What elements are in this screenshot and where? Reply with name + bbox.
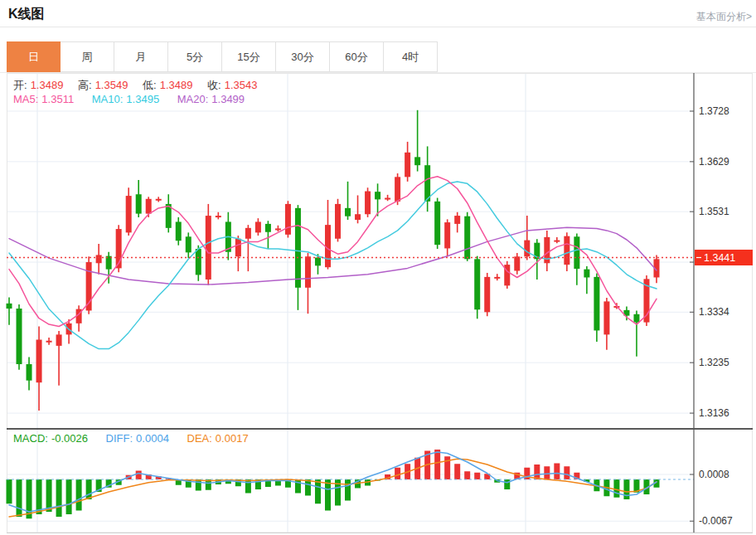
tab-4hour[interactable]: 4时	[384, 41, 438, 72]
price-axis-label: 1.3629	[699, 156, 729, 168]
interval-tab-bar: 日周月5分15分30分60分4时	[7, 41, 438, 72]
high-value: 1.3549	[95, 79, 128, 91]
page-title: K线图	[8, 6, 45, 23]
price-axis-label: 1.3334	[699, 306, 729, 318]
ma10-label: MA10:	[92, 93, 124, 105]
price-axis-label: 1.3728	[699, 105, 729, 117]
kline-chart-svg: 1.37281.36291.35311.34321.33341.32351.31…	[0, 73, 756, 535]
dea-value: 0.0017	[216, 432, 249, 445]
tab-30min[interactable]: 30分	[276, 41, 330, 72]
macd-label: MACD:	[13, 432, 48, 445]
diff-label: DIFF:	[106, 432, 133, 445]
page-header: K线图 基本面分析>	[0, 0, 756, 27]
price-axis-label: 1.3531	[699, 206, 729, 217]
close-value: 1.3543	[225, 79, 258, 91]
open-value: 1.3489	[31, 79, 64, 91]
chart-plot-area[interactable]	[7, 73, 694, 533]
low-label: 低:	[143, 79, 157, 91]
macd-value: -0.0026	[51, 432, 88, 445]
current-price-label: 1.3441	[704, 252, 735, 264]
close-label: 收:	[207, 79, 221, 91]
tab-60min[interactable]: 60分	[330, 41, 384, 72]
ma5-value: 1.3511	[41, 93, 74, 105]
tab-day[interactable]: 日	[7, 41, 61, 72]
ma-legend: MA5:1.3511 MA10:1.3495 MA20:1.3499	[13, 93, 248, 105]
tab-month[interactable]: 月	[114, 41, 168, 72]
low-value: 1.3489	[160, 79, 193, 91]
fundamental-analysis-link[interactable]: 基本面分析>	[696, 10, 752, 24]
tab-week[interactable]: 周	[61, 41, 114, 72]
high-label: 高:	[78, 79, 92, 91]
ma10-value: 1.3495	[126, 93, 159, 105]
macd-legend: MACD:-0.0026 DIFF:0.0004 DEA:0.0017	[13, 432, 252, 445]
open-label: 开:	[13, 79, 27, 91]
ohlc-legend: 开:1.3489 高:1.3549 低:1.3489 收:1.3543	[13, 78, 269, 93]
ma20-value: 1.3499	[211, 93, 245, 105]
macd-axis-label: -0.0067	[699, 515, 733, 527]
tab-5min[interactable]: 5分	[168, 41, 222, 72]
price-axis-label: 1.3136	[699, 407, 729, 419]
diff-value: 0.0004	[136, 432, 169, 445]
kline-page: K线图 基本面分析> 日周月5分15分30分60分4时 1.37281.3629…	[0, 0, 756, 535]
price-axis-label: 1.3235	[699, 357, 729, 368]
ma5-label: MA5:	[13, 93, 38, 105]
dea-label: DEA:	[187, 432, 212, 445]
tab-15min[interactable]: 15分	[222, 41, 276, 72]
ma20-label: MA20:	[177, 93, 209, 105]
macd-axis-label: 0.0008	[699, 469, 729, 480]
